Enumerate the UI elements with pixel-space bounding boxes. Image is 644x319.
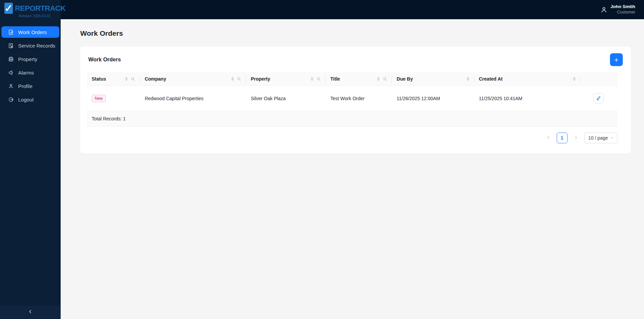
work-orders-icon: [8, 29, 14, 35]
column-header-property[interactable]: Property: [246, 72, 326, 86]
user-icon: [600, 6, 608, 13]
pagination: 1 10 / page: [87, 133, 617, 143]
column-label: Created At: [479, 76, 502, 82]
title-cell: Test Work Order: [326, 86, 392, 111]
status-cell: New: [87, 86, 140, 111]
chevron-down-icon: [610, 135, 614, 141]
sidebar-item-label: Property: [18, 56, 37, 62]
actions-cell: [580, 86, 617, 111]
column-header-title[interactable]: Title: [326, 72, 392, 86]
sort-icon[interactable]: [125, 77, 128, 81]
sidebar-item-service-records[interactable]: Service Records: [1, 40, 59, 51]
edit-pencil-icon: [596, 95, 601, 102]
brand-check-icon: ✓: [4, 3, 13, 14]
alarms-icon: [8, 70, 14, 76]
previous-page-button[interactable]: [543, 133, 554, 143]
column-header-company[interactable]: Company: [140, 72, 246, 86]
brand-name: REPORTRACK: [15, 4, 65, 13]
sidebar-item-profile[interactable]: Profile: [1, 80, 59, 92]
card-title: Work Orders: [88, 57, 121, 63]
service-records-icon: [8, 43, 14, 49]
total-records: Total Records: 1: [87, 111, 617, 127]
column-header-status[interactable]: Status: [87, 72, 140, 86]
logout-icon: [8, 97, 14, 103]
search-icon[interactable]: [237, 77, 241, 81]
plus-icon: +: [614, 56, 618, 63]
column-header-due-by[interactable]: Due By: [392, 72, 474, 86]
property-icon: [8, 56, 14, 62]
page-number-button[interactable]: 1: [557, 133, 568, 143]
sidebar-item-label: Service Records: [18, 43, 55, 49]
due-by-cell: 11/26/2025 12:00AM: [392, 86, 474, 111]
profile-icon: [8, 83, 14, 89]
search-icon[interactable]: [316, 77, 321, 81]
sidebar-item-label: Logout: [18, 97, 34, 103]
top-header: John Smtih Customer: [0, 0, 644, 19]
release-version: Release: 2026-02-02: [19, 14, 61, 18]
column-label: Title: [330, 76, 340, 82]
column-header-created-at[interactable]: Created At: [474, 72, 580, 86]
sidebar-item-logout[interactable]: Logout: [1, 94, 59, 105]
table-summary-row: Total Records: 1: [87, 111, 617, 127]
column-label: Company: [145, 76, 166, 82]
main-content: Work Orders Work Orders + Status: [61, 19, 644, 319]
sidebar-item-label: Work Orders: [18, 29, 47, 35]
sidebar-menu: Work Orders Service Records Property: [0, 19, 61, 306]
chevron-left-icon: [28, 309, 33, 315]
sort-icon[interactable]: [377, 77, 380, 81]
page-size-select[interactable]: 10 / page: [584, 133, 617, 143]
property-cell: Silver Oak Plaza: [246, 86, 326, 111]
add-work-order-button[interactable]: +: [610, 53, 623, 66]
work-orders-card: Work Orders + Status: [80, 47, 631, 153]
search-icon[interactable]: [131, 77, 135, 81]
column-label: Status: [92, 76, 106, 82]
column-label: Due By: [397, 76, 413, 82]
edit-button[interactable]: [593, 93, 604, 104]
created-at-cell: 11/25/2025 10:41AM: [474, 86, 580, 111]
brand-logo[interactable]: ✓ REPORTRACK Release: 2026-02-02: [0, 0, 61, 19]
sort-icon[interactable]: [467, 77, 469, 81]
sidebar-item-property[interactable]: Property: [1, 53, 59, 65]
column-header-actions: [580, 72, 617, 86]
page-size-value: 10 / page: [588, 135, 608, 141]
sort-icon[interactable]: [573, 77, 576, 81]
user-name: John Smtih: [611, 4, 636, 10]
work-orders-table: Status Company: [87, 72, 617, 127]
sort-icon[interactable]: [311, 77, 313, 81]
sidebar-collapse-trigger[interactable]: [0, 306, 61, 319]
sort-icon[interactable]: [231, 77, 234, 81]
sidebar-item-label: Alarms: [18, 70, 34, 76]
sidebar: ✓ REPORTRACK Release: 2026-02-02 Work Or…: [0, 0, 61, 319]
company-cell: Redwood Capital Properties: [140, 86, 246, 111]
next-page-button[interactable]: [571, 133, 581, 143]
table-row: New Redwood Capital Properties Silver Oa…: [87, 86, 617, 111]
page-title: Work Orders: [80, 29, 631, 37]
sidebar-item-work-orders[interactable]: Work Orders: [1, 26, 59, 38]
sidebar-item-alarms[interactable]: Alarms: [1, 67, 59, 78]
status-badge: New: [92, 95, 106, 102]
user-role: Customer: [617, 10, 635, 15]
table-header-row: Status Company: [87, 72, 617, 86]
column-label: Property: [251, 76, 270, 82]
sidebar-item-label: Profile: [18, 83, 33, 89]
chevron-left-icon: [546, 136, 550, 141]
user-menu[interactable]: John Smtih Customer: [600, 4, 644, 15]
search-icon[interactable]: [383, 77, 387, 81]
chevron-right-icon: [574, 136, 578, 141]
